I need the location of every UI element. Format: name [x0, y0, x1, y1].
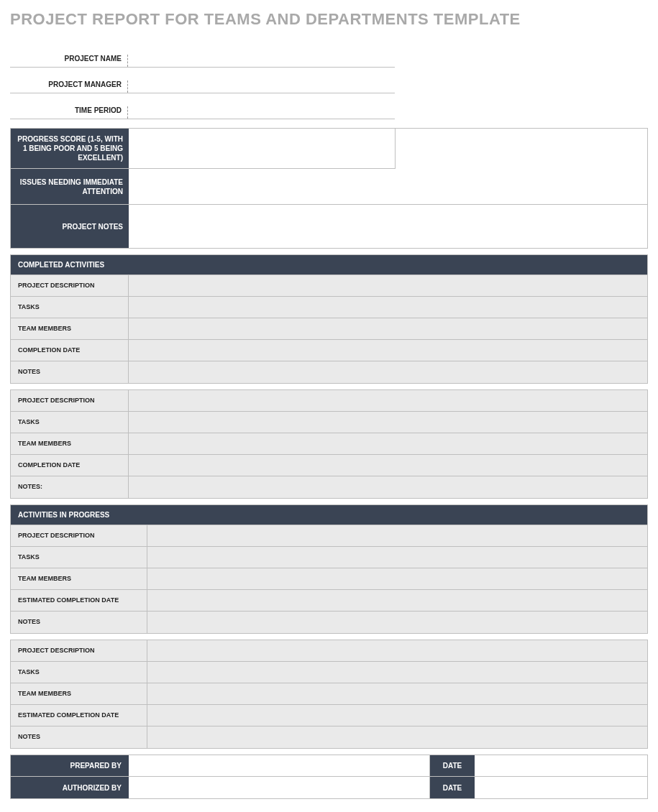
- completed-1-notes-label: NOTES: [11, 361, 129, 383]
- authorized-date-value[interactable]: [475, 777, 647, 798]
- authorized-by-label: AUTHORIZED BY: [11, 777, 129, 798]
- project-header: PROJECT NAME PROJECT MANAGER TIME PERIOD: [10, 42, 395, 119]
- progress-1-project-description-value[interactable]: [147, 525, 647, 546]
- prepared-by-row: PREPARED BY DATE: [11, 755, 647, 777]
- in-progress-activity-group-2: PROJECT DESCRIPTION TASKS TEAM MEMBERS E…: [10, 640, 648, 749]
- page-title: PROJECT REPORT FOR TEAMS AND DEPARTMENTS…: [10, 10, 648, 29]
- completed-1-tasks-label: TASKS: [11, 297, 129, 318]
- progress-score-label: PROGRESS SCORE (1-5, WITH 1 BEING POOR A…: [11, 129, 129, 168]
- issues-row: ISSUES NEEDING IMMEDIATE ATTENTION: [11, 169, 647, 205]
- project-notes-label: PROJECT NOTES: [11, 205, 129, 248]
- progress-1-tasks-value[interactable]: [147, 547, 647, 568]
- project-manager-label: PROJECT MANAGER: [10, 80, 128, 93]
- prepared-date-label: DATE: [430, 755, 475, 776]
- project-name-label: PROJECT NAME: [10, 55, 128, 67]
- issues-label: ISSUES NEEDING IMMEDIATE ATTENTION: [11, 169, 129, 204]
- completed-2-team-members-value[interactable]: [129, 433, 647, 454]
- completed-2-project-description-value[interactable]: [129, 390, 647, 411]
- completed-1-completion-date-value[interactable]: [129, 340, 647, 361]
- in-progress-activities-header: ACTIVITIES IN PROGRESS: [10, 504, 648, 525]
- progress-2-est-completion-label: ESTIMATED COMPLETION DATE: [11, 705, 147, 726]
- time-period-row: TIME PERIOD: [10, 93, 395, 119]
- completed-2-completion-date-label: COMPLETION DATE: [11, 455, 129, 476]
- progress-2-notes-label: NOTES: [11, 726, 147, 748]
- progress-1-team-members-label: TEAM MEMBERS: [11, 568, 147, 589]
- progress-1-notes-label: NOTES: [11, 612, 147, 633]
- progress-1-tasks-label: TASKS: [11, 547, 147, 568]
- completed-2-notes-value[interactable]: [129, 476, 647, 498]
- progress-1-project-description-label: PROJECT DESCRIPTION: [11, 525, 147, 546]
- authorized-by-row: AUTHORIZED BY DATE: [11, 777, 647, 798]
- completed-1-completion-date-label: COMPLETION DATE: [11, 340, 129, 361]
- completed-activity-group-1: PROJECT DESCRIPTION TASKS TEAM MEMBERS C…: [10, 274, 648, 384]
- time-period-label: TIME PERIOD: [10, 106, 128, 119]
- progress-2-tasks-value[interactable]: [147, 662, 647, 683]
- completed-activities-header: COMPLETED ACTIVITIES: [10, 254, 648, 274]
- progress-1-est-completion-label: ESTIMATED COMPLETION DATE: [11, 590, 147, 611]
- completed-1-notes-value[interactable]: [129, 361, 647, 383]
- project-name-value[interactable]: [128, 63, 395, 67]
- progress-2-project-description-value[interactable]: [147, 640, 647, 661]
- completed-1-project-description-label: PROJECT DESCRIPTION: [11, 275, 129, 296]
- prepared-by-label: PREPARED BY: [11, 755, 129, 776]
- progress-2-team-members-label: TEAM MEMBERS: [11, 683, 147, 704]
- prepared-date-value[interactable]: [475, 755, 647, 776]
- info-block: PROGRESS SCORE (1-5, WITH 1 BEING POOR A…: [10, 128, 648, 249]
- signoff-block: PREPARED BY DATE AUTHORIZED BY DATE: [10, 755, 648, 799]
- progress-2-project-description-label: PROJECT DESCRIPTION: [11, 640, 147, 661]
- completed-1-team-members-label: TEAM MEMBERS: [11, 318, 129, 339]
- progress-1-est-completion-value[interactable]: [147, 590, 647, 611]
- progress-1-notes-value[interactable]: [147, 612, 647, 633]
- in-progress-activity-group-1: PROJECT DESCRIPTION TASKS TEAM MEMBERS E…: [10, 525, 648, 634]
- issues-value[interactable]: [129, 169, 647, 204]
- progress-1-team-members-value[interactable]: [147, 568, 647, 589]
- project-notes-row: PROJECT NOTES: [11, 205, 647, 248]
- prepared-by-value[interactable]: [129, 755, 430, 776]
- progress-2-est-completion-value[interactable]: [147, 705, 647, 726]
- completed-activity-group-2: PROJECT DESCRIPTION TASKS TEAM MEMBERS C…: [10, 389, 648, 499]
- project-manager-value[interactable]: [128, 88, 395, 93]
- completed-2-tasks-label: TASKS: [11, 412, 129, 433]
- progress-score-value[interactable]: [129, 129, 396, 168]
- completed-2-team-members-label: TEAM MEMBERS: [11, 433, 129, 454]
- progress-score-row: PROGRESS SCORE (1-5, WITH 1 BEING POOR A…: [11, 129, 396, 169]
- progress-2-notes-value[interactable]: [147, 726, 647, 748]
- project-manager-row: PROJECT MANAGER: [10, 68, 395, 93]
- completed-1-team-members-value[interactable]: [129, 318, 647, 339]
- authorized-by-value[interactable]: [129, 777, 430, 798]
- time-period-value[interactable]: [128, 114, 395, 119]
- completed-2-project-description-label: PROJECT DESCRIPTION: [11, 390, 129, 411]
- completed-2-tasks-value[interactable]: [129, 412, 647, 433]
- completed-1-project-description-value[interactable]: [129, 275, 647, 296]
- progress-2-team-members-value[interactable]: [147, 683, 647, 704]
- progress-2-tasks-label: TASKS: [11, 662, 147, 683]
- completed-2-completion-date-value[interactable]: [129, 455, 647, 476]
- project-notes-value[interactable]: [129, 205, 647, 248]
- completed-1-tasks-value[interactable]: [129, 297, 647, 318]
- completed-2-notes-label: NOTES:: [11, 476, 129, 498]
- project-name-row: PROJECT NAME: [10, 42, 395, 68]
- authorized-date-label: DATE: [430, 777, 475, 798]
